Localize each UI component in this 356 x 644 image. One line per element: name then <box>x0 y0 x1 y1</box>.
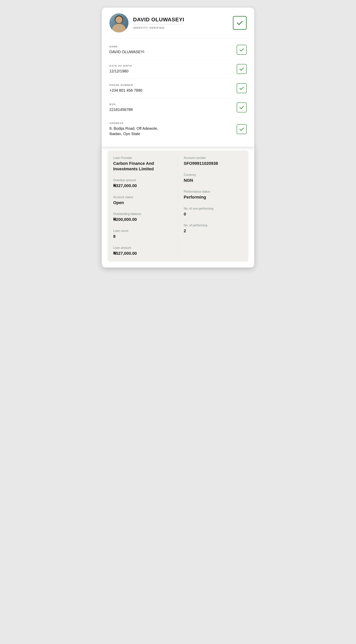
phone-label: PHONE NUMBER <box>110 84 237 86</box>
account-status-field: Account status Open <box>113 196 172 206</box>
account-status-label: Account status <box>113 196 172 199</box>
loan-amount-label: Loan amount <box>113 246 172 250</box>
dob-label: DATE OF BIRTH <box>110 64 237 67</box>
identity-verified-icon <box>233 16 246 30</box>
phone-row: PHONE NUMBER +234 801 456 7890 <box>110 79 246 98</box>
loan-right-column: Account number SFO99911020938 Currency N… <box>178 156 243 256</box>
svg-point-1 <box>113 24 125 32</box>
account-number-value: SFO99911020938 <box>184 161 243 166</box>
loan-left-column: Loan Provider Carbon Finance AndInvestme… <box>113 156 178 256</box>
name-check-icon <box>237 45 246 55</box>
non-performing-field: No. of non-performing 0 <box>184 207 243 217</box>
dob-check-icon <box>237 64 246 74</box>
overdue-amount-value: ₦327,000.00 <box>113 183 172 189</box>
bvn-check-icon <box>237 102 246 112</box>
address-value: 9, Bodija Road, Off Adewole,Ibadan, Oyo … <box>110 126 237 136</box>
performing-value: 2 <box>184 228 243 234</box>
loan-provider-field: Loan Provider Carbon Finance AndInvestme… <box>113 156 172 172</box>
identity-divider <box>133 24 182 24</box>
dob-value: 12/12/1980 <box>110 68 237 74</box>
outstanding-balance-label: Outstanding balance <box>113 212 172 216</box>
avatar <box>110 13 128 32</box>
identity-header: DAVID OLUWASEYI IDENTITY VERIFIED <box>110 13 246 38</box>
address-check-icon <box>237 124 246 134</box>
account-status-value: Open <box>113 200 172 206</box>
non-performing-value: 0 <box>184 212 243 217</box>
identity-verified-label: IDENTITY VERIFIED <box>133 26 228 29</box>
phone-content: PHONE NUMBER +234 801 456 7890 <box>110 84 237 93</box>
overdue-amount-label: Overdue amount <box>113 178 172 182</box>
non-performing-label: No. of non-performing <box>184 207 243 210</box>
performance-status-field: Performance status Performing <box>184 190 243 200</box>
loan-provider-label: Loan Provider <box>113 156 172 160</box>
loan-amount-value: ₦527,000.00 <box>113 251 172 256</box>
performing-label: No. of performing <box>184 224 243 227</box>
performance-status-value: Performing <box>184 194 243 200</box>
outstanding-balance-field: Outstanding balance ₦200,000.00 <box>113 212 172 222</box>
currency-field: Currency NGN <box>184 173 243 183</box>
dob-content: DATE OF BIRTH 12/12/1980 <box>110 64 237 74</box>
outstanding-balance-value: ₦200,000.00 <box>113 217 172 222</box>
phone-value: +234 801 456 7890 <box>110 88 237 93</box>
name-value: DAVID OLUWASEYI <box>110 49 237 54</box>
loan-amount-field: Loan amount ₦527,000.00 <box>113 246 172 256</box>
account-number-field: Account number SFO99911020938 <box>184 156 243 166</box>
dob-row: DATE OF BIRTH 12/12/1980 <box>110 60 246 79</box>
phone-check-icon <box>237 83 246 93</box>
identity-card: DAVID OLUWASEYI IDENTITY VERIFIED NAME D… <box>102 8 254 147</box>
address-label: ADDRESS <box>110 122 237 124</box>
page-wrapper: DAVID OLUWASEYI IDENTITY VERIFIED NAME D… <box>102 8 254 268</box>
currency-value: NGN <box>184 178 243 183</box>
address-content: ADDRESS 9, Bodija Road, Off Adewole,Ibad… <box>110 122 237 136</box>
bvn-row: BVN 22181456789 <box>110 98 246 117</box>
identity-info: DAVID OLUWASEYI IDENTITY VERIFIED <box>133 16 228 29</box>
account-number-label: Account number <box>184 156 243 160</box>
fields-list: NAME DAVID OLUWASEYI DATE OF BIRTH 12/12… <box>110 38 246 141</box>
loan-provider-value: Carbon Finance AndInvestments Limited <box>113 161 172 172</box>
loan-card: Loan Provider Carbon Finance AndInvestme… <box>102 145 254 268</box>
address-row: ADDRESS 9, Bodija Road, Off Adewole,Ibad… <box>110 117 246 141</box>
bvn-value: 22181456789 <box>110 107 237 112</box>
bvn-label: BVN <box>110 103 237 106</box>
loan-count-label: Loan count <box>113 229 172 233</box>
loan-count-value: 8 <box>113 234 172 239</box>
loan-grid: Loan Provider Carbon Finance AndInvestme… <box>113 156 243 256</box>
performing-field: No. of performing 2 <box>184 224 243 234</box>
loan-inner: Loan Provider Carbon Finance AndInvestme… <box>108 150 248 262</box>
name-content: NAME DAVID OLUWASEYI <box>110 45 237 54</box>
identity-name: DAVID OLUWASEYI <box>133 16 228 23</box>
currency-label: Currency <box>184 173 243 176</box>
name-label: NAME <box>110 45 237 48</box>
loan-count-field: Loan count 8 <box>113 229 172 239</box>
bvn-content: BVN 22181456789 <box>110 103 237 112</box>
svg-point-4 <box>113 25 125 32</box>
overdue-amount-field: Overdue amount ₦327,000.00 <box>113 178 172 189</box>
name-row: NAME DAVID OLUWASEYI <box>110 40 246 60</box>
svg-point-3 <box>116 16 122 23</box>
performance-status-label: Performance status <box>184 190 243 194</box>
